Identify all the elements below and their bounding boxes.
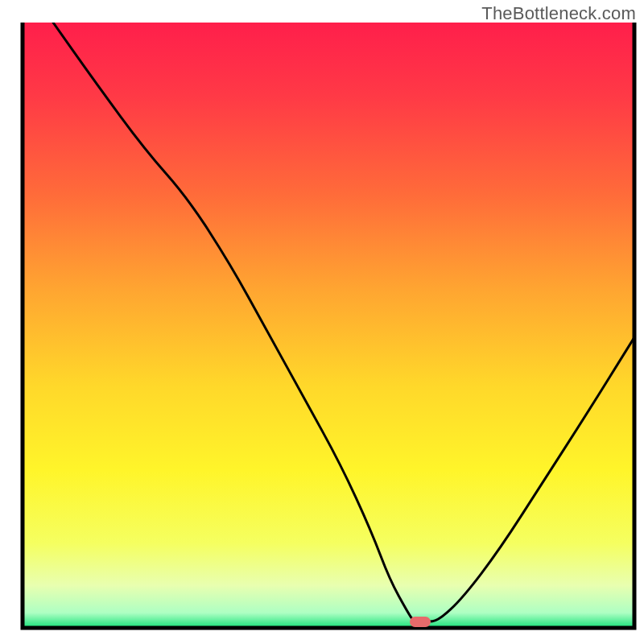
bottleneck-chart [0,0,644,644]
chart-container: TheBottleneck.com [0,0,644,644]
plot-background-gradient [23,23,634,628]
optimal-point-marker [410,617,431,627]
watermark-text: TheBottleneck.com [481,3,636,24]
